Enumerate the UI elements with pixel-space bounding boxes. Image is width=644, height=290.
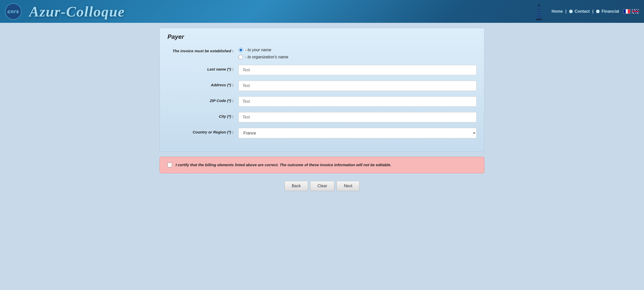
city-input[interactable] (239, 112, 477, 122)
sep2: | (592, 9, 593, 14)
last-name-row: Last name (*) : (167, 65, 477, 75)
zip-code-label: ZIP Code (*) : (167, 96, 239, 103)
invoice-label: The invoice must be established : (167, 47, 239, 53)
radio-org-name-label: - to organization's name (245, 55, 288, 59)
last-name-label: Last name (*) : (167, 65, 239, 71)
invoice-radio-row: The invoice must be established : - to y… (167, 47, 477, 59)
flag-french[interactable] (623, 9, 630, 14)
zip-code-input[interactable] (239, 96, 477, 107)
address-wrap (239, 81, 477, 91)
city-label: City (*) : (167, 112, 239, 118)
flag-english[interactable] (632, 9, 639, 14)
clear-button[interactable]: Clear (310, 181, 334, 191)
svg-rect-0 (538, 4, 540, 5)
home-link[interactable]: Home (552, 9, 563, 14)
last-name-input[interactable] (239, 65, 477, 75)
radio-option-name[interactable]: - to your name (239, 48, 477, 52)
address-row: Address (*) : (167, 81, 477, 91)
country-wrap: France Germany United Kingdom United Sta… (239, 128, 477, 138)
payer-section: Payer The invoice must be established : … (160, 28, 484, 152)
invoice-radio-group: - to your name - to organization's name (239, 47, 477, 59)
svg-rect-7 (537, 13, 540, 14)
svg-rect-12 (536, 19, 542, 20)
certification-checkbox[interactable] (167, 163, 172, 167)
language-flags (623, 9, 639, 14)
page-content: Payer The invoice must be established : … (144, 23, 500, 201)
svg-rect-4 (537, 10, 540, 11)
zip-code-wrap (239, 96, 477, 107)
action-buttons: Back Clear Next (160, 178, 484, 196)
radio-org-name[interactable] (239, 55, 243, 59)
contact-user-icon (569, 10, 573, 13)
certification-box: I certify that the billing elements list… (160, 157, 484, 173)
zip-code-row: ZIP Code (*) : (167, 96, 477, 107)
svg-rect-2 (538, 7, 540, 9)
financial-link[interactable]: Financial (602, 9, 619, 14)
city-row: City (*) : (167, 112, 477, 122)
financial-user-icon (596, 10, 600, 13)
city-wrap (239, 112, 477, 122)
radio-your-name-label: - to your name (245, 48, 271, 52)
svg-rect-11 (536, 18, 541, 19)
radio-option-org[interactable]: - to organization's name (239, 55, 477, 59)
country-label: Country or Region (*) : (167, 128, 239, 134)
country-row: Country or Region (*) : France Germany U… (167, 128, 477, 138)
back-button[interactable]: Back (284, 181, 308, 191)
cnrs-logo: cnrs (5, 3, 22, 20)
radio-your-name[interactable] (239, 48, 243, 52)
sep1: | (565, 9, 566, 14)
address-label: Address (*) : (167, 81, 239, 87)
svg-rect-5 (538, 11, 540, 12)
address-input[interactable] (239, 81, 477, 91)
svg-rect-6 (537, 12, 541, 13)
svg-rect-1 (538, 5, 540, 7)
svg-rect-9 (537, 15, 541, 17)
svg-rect-3 (538, 9, 540, 10)
next-button[interactable]: Next (336, 181, 360, 191)
page-header: cnrs Azur-Colloque Home | Contact | Fina… (0, 0, 644, 23)
contact-link[interactable]: Contact (575, 9, 590, 14)
last-name-wrap (239, 65, 477, 75)
svg-rect-8 (537, 14, 541, 15)
svg-rect-10 (537, 17, 541, 18)
logo-text: cnrs (7, 9, 19, 14)
header-nav: Home | Contact | Financial (552, 9, 639, 14)
site-title: Azur-Colloque (29, 3, 534, 20)
country-select[interactable]: France Germany United Kingdom United Sta… (239, 128, 477, 138)
certification-text: I certify that the billing elements list… (176, 162, 391, 168)
tower-decoration (534, 3, 544, 20)
payer-title: Payer (167, 33, 477, 40)
